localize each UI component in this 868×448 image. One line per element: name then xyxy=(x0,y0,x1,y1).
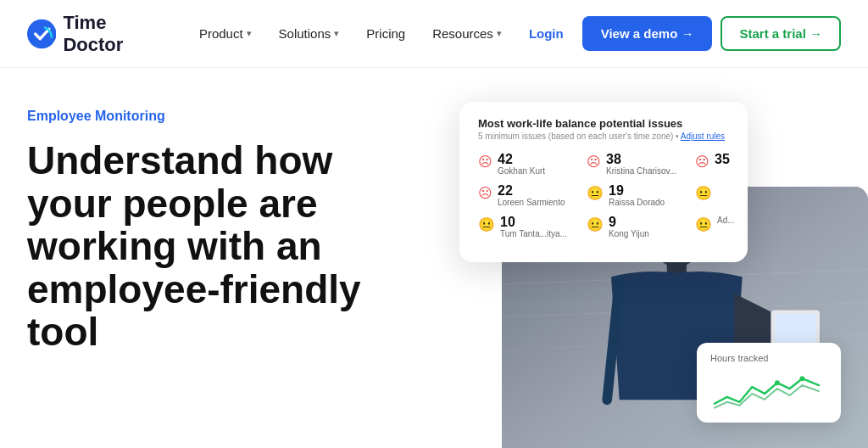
entry-num-1: 42 xyxy=(498,153,545,166)
dash-row-2: ☹ 22 Loreen Sarmiento 😐 19 Raissa Dorado… xyxy=(478,184,729,207)
logo-link[interactable]: Time Doctor xyxy=(27,12,167,56)
face-icon-gray-2: 😐 xyxy=(587,216,604,232)
face-icon-yellow-2: 😐 xyxy=(695,185,712,201)
nav-links: Product ▾ Solutions ▾ Pricing Resources … xyxy=(187,20,576,48)
dash-entry-9: 😐 Ad... xyxy=(695,216,788,232)
hero-left: Employee Monitoring Understand how your … xyxy=(27,102,451,354)
hero-badge: Employee Monitoring xyxy=(27,109,451,124)
entry-name-9: Ad... xyxy=(717,216,735,225)
entry-name-4: Loreen Sarmiento xyxy=(498,198,565,207)
entry-name-1: Gokhan Kurt xyxy=(498,166,545,176)
nav-solutions[interactable]: Solutions ▾ xyxy=(267,20,352,48)
nav-login[interactable]: Login xyxy=(517,20,576,48)
nav-pricing[interactable]: Pricing xyxy=(354,20,417,48)
entry-name-5: Raissa Dorado xyxy=(609,198,665,207)
dash-entry-2: ☹ 38 Kristina Charisov... xyxy=(587,153,680,176)
svg-point-12 xyxy=(799,376,804,381)
face-icon-red-4: ☹ xyxy=(478,185,492,201)
dash-entry-3: ☹ 35 xyxy=(695,153,788,170)
entry-name-2: Kristina Charisov... xyxy=(606,166,676,176)
start-trial-button[interactable]: Start a trial → xyxy=(721,16,841,51)
entry-num-4: 22 xyxy=(498,184,565,198)
entry-num-7: 10 xyxy=(500,216,567,229)
dash-row-1: ☹ 42 Gokhan Kurt ☹ 38 Kristina Charisov.… xyxy=(478,153,729,176)
entry-name-8: Kong Yijun xyxy=(609,229,649,238)
dash-entry-6: 😐 xyxy=(695,184,788,201)
hero-headline: Understand how your people are working w… xyxy=(27,139,451,354)
navbar: Time Doctor Product ▾ Solutions ▾ Pricin… xyxy=(0,0,868,68)
logo-text: Time Doctor xyxy=(63,12,166,56)
svg-point-11 xyxy=(775,380,780,385)
hours-chart xyxy=(710,370,827,412)
dash-entry-1: ☹ 42 Gokhan Kurt xyxy=(478,153,571,176)
dash-entry-8: 😐 9 Kong Yijun xyxy=(587,216,680,238)
entry-name-7: Tum Tanta...itya... xyxy=(500,229,567,238)
product-chevron-icon: ▾ xyxy=(247,28,252,39)
hours-card: Hours tracked xyxy=(697,343,841,423)
entry-num-3: 35 xyxy=(715,153,730,166)
resources-chevron-icon: ▾ xyxy=(497,28,502,39)
face-icon-red-1: ☹ xyxy=(478,154,492,170)
logo-icon xyxy=(27,19,56,49)
dash-row-3: 😐 10 Tum Tanta...itya... 😐 9 Kong Yijun … xyxy=(478,216,729,238)
face-icon-yellow-1: 😐 xyxy=(587,185,604,201)
dashboard-card: Most work-life balance potential issues … xyxy=(459,102,748,262)
entry-num-8: 9 xyxy=(609,216,649,229)
hours-label: Hours tracked xyxy=(710,353,827,363)
entry-num-5: 19 xyxy=(609,184,665,198)
hero-right: Most work-life balance potential issues … xyxy=(434,102,841,448)
dash-entry-7: 😐 10 Tum Tanta...itya... xyxy=(478,216,571,238)
solutions-chevron-icon: ▾ xyxy=(334,28,339,39)
adjust-rules-link[interactable]: Adjust rules xyxy=(681,132,725,141)
hero-section: Employee Monitoring Understand how your … xyxy=(0,68,868,448)
face-icon-red-2: ☹ xyxy=(587,154,601,170)
view-demo-button[interactable]: View a demo → xyxy=(582,16,713,51)
hours-chart-svg xyxy=(710,370,827,412)
nav-resources[interactable]: Resources ▾ xyxy=(420,20,514,48)
face-icon-gray-3: 😐 xyxy=(695,216,712,232)
nav-product[interactable]: Product ▾ xyxy=(187,20,264,48)
dash-entry-5: 😐 19 Raissa Dorado xyxy=(587,184,680,207)
dash-entry-4: ☹ 22 Loreen Sarmiento xyxy=(478,184,571,207)
entry-num-2: 38 xyxy=(606,153,676,166)
face-icon-red-3: ☹ xyxy=(695,154,709,170)
dashboard-subtitle: 5 minimum issues (based on each user's t… xyxy=(478,132,729,141)
dashboard-title: Most work-life balance potential issues xyxy=(478,117,729,130)
face-icon-gray-1: 😐 xyxy=(478,216,495,232)
